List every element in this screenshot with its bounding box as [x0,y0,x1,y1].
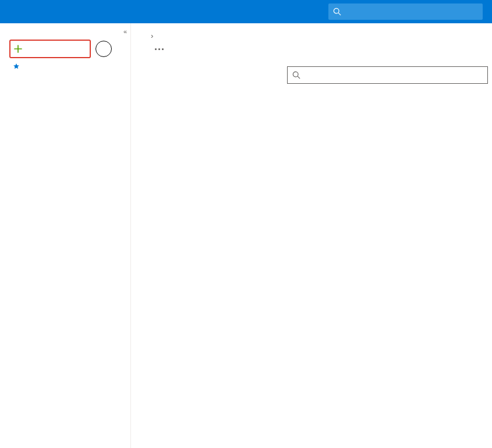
top-bar [0,0,492,23]
marketplace-search[interactable] [287,66,488,84]
more-icon[interactable]: ··· [154,44,165,56]
services-column [281,66,492,101]
search-icon [292,71,300,79]
sidebar: « [0,23,131,448]
content: › ··· [131,23,492,448]
favorites-label [0,58,130,72]
svg-line-1 [338,13,341,15]
categories-column [147,66,281,101]
global-search[interactable] [328,3,483,20]
star-icon [13,63,20,70]
breadcrumb[interactable]: › [147,31,492,40]
svg-point-0 [334,8,339,13]
search-icon [333,8,341,16]
collapse-icon[interactable]: « [123,28,127,35]
chevron-right-icon: › [151,31,153,40]
page-title: ··· [147,44,492,56]
svg-point-2 [293,72,298,77]
create-resource-button[interactable] [0,40,130,58]
plus-icon [13,44,23,54]
svg-line-3 [298,76,300,79]
